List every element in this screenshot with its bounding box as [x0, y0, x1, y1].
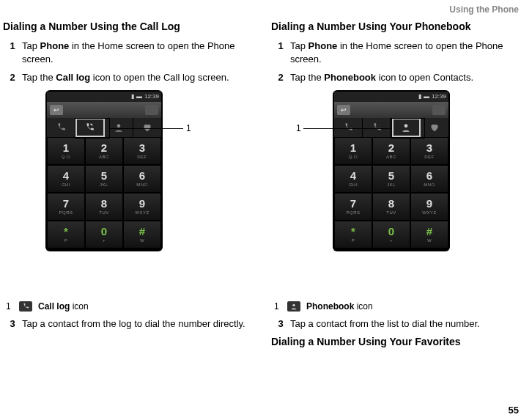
key-digit: 1 [350, 142, 356, 153]
step-text-pre: Tap the [290, 72, 324, 83]
clock: 12:39 [144, 93, 159, 100]
step-text: Tap the Call log icon to open the Call l… [22, 71, 256, 84]
key-digit: 5 [388, 170, 394, 181]
phone-screenshot: ▮ ▬ 12:39 ↩ 1Q.O [333, 90, 450, 251]
key-1[interactable]: 1Q.O [334, 137, 372, 165]
step-text-pre: Tap the [22, 72, 56, 83]
key-digit: 0 [388, 226, 394, 237]
key-digit: * [64, 226, 68, 237]
key-hash[interactable]: #W [410, 221, 448, 248]
legend-text: Phonebook icon [306, 301, 373, 312]
step-number: 3 [271, 317, 290, 331]
key-digit: 9 [426, 198, 432, 209]
key-4[interactable]: 4GHI [334, 165, 372, 193]
key-digit: 9 [139, 198, 145, 209]
key-0[interactable]: 0+ [85, 221, 123, 248]
left-step-1: 1 Tap Phone in the Home screen to open t… [3, 40, 256, 65]
phone-screenshot: ▮ ▬ 12:39 ↩ 1Q.O [45, 90, 163, 251]
key-8[interactable]: 8TUV [372, 193, 410, 221]
legend-post: icon [354, 301, 372, 312]
right-title: Dialing a Number Using Your Phonebook [271, 21, 525, 32]
key-4[interactable]: 4GHI [47, 165, 85, 193]
right-step-1: 1 Tap Phone in the Home screen to open t… [271, 40, 525, 65]
tab-dialer[interactable] [334, 118, 363, 137]
key-letters: P [352, 238, 355, 243]
back-icon[interactable]: ↩ [50, 105, 63, 115]
clock: 12:39 [432, 93, 446, 100]
key-letters: MNO [136, 183, 148, 187]
key-letters: JKL [387, 183, 396, 187]
key-letters: ABC [386, 155, 396, 159]
key-0[interactable]: 0+ [372, 221, 410, 248]
key-letters: DEF [137, 155, 147, 159]
key-letters: TUV [99, 210, 109, 215]
key-digit: 5 [101, 170, 107, 181]
clear-icon[interactable] [145, 105, 158, 115]
key-digit: 7 [63, 198, 69, 209]
svg-point-0 [117, 124, 120, 128]
key-letters: PQRS [59, 210, 73, 215]
call-log-icon [19, 301, 32, 312]
step-number: 1 [3, 40, 22, 65]
key-2[interactable]: 2ABC [372, 137, 410, 165]
callout-box [390, 118, 425, 139]
battery-icon: ▬ [424, 93, 429, 100]
legend-bold: Phonebook [306, 301, 354, 312]
legend-number: 1 [274, 301, 281, 312]
key-star[interactable]: *P [334, 221, 372, 248]
key-3[interactable]: 3DEF [123, 137, 161, 165]
key-9[interactable]: 9WXYZ [410, 193, 448, 221]
clear-icon[interactable] [432, 105, 446, 115]
step-text: Tap the Phonebook icon to open Contacts. [290, 71, 525, 84]
key-letters: TUV [386, 210, 396, 215]
signal-icon: ▮ [418, 93, 421, 100]
key-letters: DEF [424, 155, 435, 159]
key-letters: WXYZ [135, 210, 149, 215]
legend-post: icon [70, 301, 88, 312]
key-letters: JKL [100, 183, 108, 187]
status-bar: ▮ ▬ 12:39 [47, 92, 161, 102]
step-text: Tap a contact from the log to dial the n… [22, 317, 256, 331]
back-icon[interactable]: ↩ [337, 105, 350, 115]
status-bar: ▮ ▬ 12:39 [334, 92, 448, 102]
phone-top-bar: ↩ [334, 102, 448, 118]
key-6[interactable]: 6MNO [123, 165, 161, 193]
key-digit: # [139, 226, 145, 237]
left-legend: 1 Call log icon [6, 301, 256, 312]
key-5[interactable]: 5JKL [372, 165, 410, 193]
key-letters: GHI [62, 183, 70, 187]
key-letters: W [140, 238, 144, 243]
key-8[interactable]: 8TUV [85, 193, 123, 221]
step-text-pre: Tap [22, 40, 40, 51]
right-figure: ▮ ▬ 12:39 ↩ 1Q.O [296, 90, 525, 295]
right-title-2: Dialing a Number Using Your Favorites [271, 336, 525, 347]
step-number: 3 [3, 317, 22, 331]
left-column: Dialing a Number Using the Call Log 1 Ta… [3, 21, 256, 355]
key-letters: Q.O [62, 155, 71, 159]
legend-number: 1 [6, 301, 13, 312]
key-9[interactable]: 9WXYZ [123, 193, 161, 221]
step-text-pre: Tap [290, 40, 309, 51]
key-hash[interactable]: #W [123, 221, 161, 248]
tab-favorites[interactable] [133, 118, 161, 137]
key-3[interactable]: 3DEF [410, 137, 448, 165]
key-5[interactable]: 5JKL [85, 165, 123, 193]
step-number: 2 [271, 71, 290, 84]
key-digit: 6 [139, 170, 145, 181]
step-number: 1 [271, 40, 290, 65]
key-digit: 8 [101, 198, 107, 209]
key-letters: WXYZ [422, 210, 436, 215]
key-6[interactable]: 6MNO [410, 165, 448, 193]
callout-label: 1 [296, 123, 301, 133]
tab-dialer[interactable] [47, 118, 75, 137]
key-1[interactable]: 1Q.O [47, 137, 85, 165]
tab-call-log[interactable] [363, 118, 391, 137]
key-digit: 3 [426, 142, 432, 153]
key-digit: # [426, 226, 432, 237]
key-digit: 7 [350, 198, 356, 209]
key-2[interactable]: 2ABC [85, 137, 123, 165]
key-7[interactable]: 7PQRS [47, 193, 85, 221]
callout-line [303, 128, 390, 129]
key-7[interactable]: 7PQRS [334, 193, 372, 221]
key-star[interactable]: *P [47, 221, 85, 248]
